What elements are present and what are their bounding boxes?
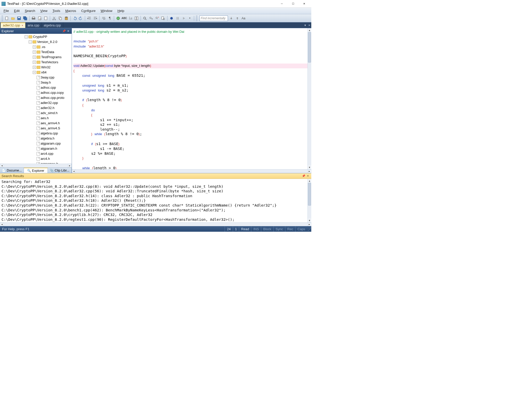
tree-file[interactable]: adler32.h: [24, 105, 72, 111]
maximize-button[interactable]: ☐: [287, 0, 299, 7]
toolbar-handle[interactable]: [196, 15, 197, 21]
macro-dropdown-icon[interactable]: ▼: [187, 15, 193, 21]
search-results-content[interactable]: Searching for: Adler32 C:\Dev\CryptoPP\V…: [0, 179, 311, 222]
open-file-icon[interactable]: [10, 15, 16, 21]
explorer-hscrollbar[interactable]: ◄ ►: [0, 164, 72, 167]
tree-file[interactable]: aes_armv4.S: [24, 126, 72, 131]
scroll-thumb[interactable]: [308, 183, 311, 206]
tree-root[interactable]: −CryptoPP: [24, 34, 72, 39]
spell-check-icon[interactable]: ABC: [121, 15, 127, 21]
match-case-icon[interactable]: Aa: [241, 15, 246, 21]
save-all-icon[interactable]: [22, 15, 28, 21]
search-hscrollbar[interactable]: ◄ ►: [0, 222, 311, 226]
tree-file[interactable]: adhoc.cpp.copy: [24, 90, 72, 95]
save-icon[interactable]: [16, 15, 22, 21]
close-panel-icon[interactable]: ✕: [306, 174, 310, 178]
file-tree[interactable]: −CryptoPP−Version_8.2.0+.vs+TestData+Tes…: [24, 34, 72, 164]
tree-toggle-icon[interactable]: +: [33, 56, 36, 59]
scroll-thumb[interactable]: [308, 32, 311, 63]
bottom-tab-clip[interactable]: 📎 Clip Libr...: [48, 168, 72, 173]
tree-toggle-icon[interactable]: +: [33, 66, 36, 69]
tree-toggle-icon[interactable]: +: [33, 45, 36, 49]
scroll-right-icon[interactable]: ►: [307, 223, 311, 226]
find-in-files-icon[interactable]: [160, 15, 166, 21]
code-content[interactable]: // adler32.cpp - originally written and …: [72, 28, 311, 169]
scroll-left-icon[interactable]: ◄: [0, 223, 4, 226]
pause-macro-icon[interactable]: [175, 15, 180, 21]
tree-file[interactable]: 3way.cpp: [24, 75, 72, 80]
tree-version[interactable]: −Version_8.2.0: [24, 39, 72, 44]
tree-folder[interactable]: +TestPrograms: [24, 55, 72, 60]
play-macro-icon[interactable]: [181, 15, 187, 21]
close-tab-icon[interactable]: ×: [22, 24, 23, 27]
menu-tools[interactable]: Tools: [50, 8, 63, 13]
undo-icon[interactable]: [72, 15, 78, 21]
tree-file[interactable]: 3way.h: [24, 80, 72, 85]
record-macro-icon[interactable]: [169, 15, 174, 21]
tree-folder[interactable]: +TestVectors: [24, 60, 72, 65]
scroll-left-icon[interactable]: ◄: [72, 169, 76, 173]
tree-folder[interactable]: +TestData: [24, 50, 72, 55]
compare-icon[interactable]: [134, 15, 139, 21]
resize-grip-icon[interactable]: ⋰: [307, 227, 311, 231]
editor-vscrollbar[interactable]: ▲ ▼: [307, 28, 311, 169]
tree-toggle-icon[interactable]: +: [33, 51, 36, 54]
menu-window[interactable]: Window: [98, 8, 115, 13]
menu-configure[interactable]: Configure: [79, 8, 98, 13]
tree-folder[interactable]: +.vs: [24, 44, 72, 50]
scroll-left-icon[interactable]: ◄: [0, 164, 4, 167]
find-icon[interactable]: [142, 15, 148, 21]
close-button[interactable]: ✕: [299, 0, 310, 7]
menu-file[interactable]: File: [1, 8, 11, 13]
search-vscrollbar[interactable]: ▲ ▼: [307, 179, 311, 222]
page-setup-icon[interactable]: [43, 15, 49, 21]
bottom-tab-document[interactable]: 📄 Docume...: [0, 168, 24, 173]
tree-toggle-icon[interactable]: +: [33, 61, 36, 64]
scroll-up-icon[interactable]: ▲: [308, 179, 311, 183]
tab-close-all-icon[interactable]: ✕: [307, 22, 311, 28]
menu-view[interactable]: View: [38, 8, 50, 13]
replace-icon[interactable]: [154, 15, 160, 21]
tab-list-dropdown-icon[interactable]: ▼: [303, 22, 307, 28]
redo-icon[interactable]: [78, 15, 84, 21]
tree-file[interactable]: adhoc.cpp.proto: [24, 95, 72, 100]
tree-file[interactable]: algparam.h: [24, 146, 72, 151]
menu-search[interactable]: Search: [22, 8, 38, 13]
pin-icon[interactable]: 📌: [62, 29, 66, 33]
sort-icon[interactable]: [128, 15, 133, 21]
scroll-down-icon[interactable]: ▼: [308, 165, 311, 169]
scroll-right-icon[interactable]: ►: [68, 164, 72, 167]
bottom-tab-explorer[interactable]: 🔍 Explorer: [24, 168, 48, 173]
web-icon[interactable]: [115, 15, 121, 21]
paste-icon[interactable]: [64, 15, 69, 21]
editor-hscrollbar[interactable]: ◄ ►: [72, 169, 311, 173]
find-next-icon[interactable]: [148, 15, 154, 21]
tree-toggle-icon[interactable]: −: [29, 40, 32, 43]
menu-edit[interactable]: Edit: [11, 8, 22, 13]
find-down-icon[interactable]: [228, 15, 234, 21]
tree-toggle-icon[interactable]: +: [33, 71, 36, 74]
copy-icon[interactable]: [57, 15, 63, 21]
tree-file[interactable]: aes_armv4.h: [24, 121, 72, 126]
tab-aria[interactable]: aria.cpp: [25, 22, 41, 28]
new-file-icon[interactable]: [4, 15, 10, 21]
tree-file[interactable]: argnames.h: [24, 161, 72, 164]
tree-file[interactable]: adv_simd.h: [24, 111, 72, 116]
cut-icon[interactable]: [51, 15, 57, 21]
tree-folder[interactable]: +Win32: [24, 65, 72, 70]
tree-file[interactable]: aes.h: [24, 116, 72, 121]
tree-file[interactable]: algebra.h: [24, 136, 72, 141]
tab-adler32[interactable]: adler32.cpp×: [1, 22, 25, 28]
print-icon[interactable]: [31, 15, 36, 21]
minimize-button[interactable]: ─: [276, 0, 287, 7]
indent-left-icon[interactable]: [86, 15, 92, 21]
tree-file[interactable]: arc4.h: [24, 156, 72, 161]
indent-right-icon[interactable]: [92, 15, 98, 21]
print-preview-icon[interactable]: [37, 15, 42, 21]
pilcrow-icon[interactable]: ¶: [107, 15, 113, 21]
incremental-find-input[interactable]: Find incrementally: [199, 15, 228, 21]
tree-file[interactable]: arc4.cpp: [24, 151, 72, 156]
tree-folder[interactable]: +x64: [24, 70, 72, 75]
scroll-down-icon[interactable]: ▼: [308, 219, 311, 222]
menu-macros[interactable]: Macros: [63, 8, 79, 13]
